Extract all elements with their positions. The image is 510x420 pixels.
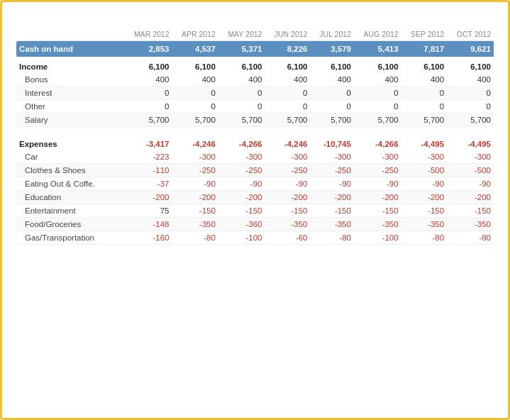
cash-on-hand-value-0: 2,853 bbox=[124, 41, 172, 57]
expense-cell-5-0: -148 bbox=[124, 217, 172, 231]
expenses-total-2: -4,266 bbox=[218, 134, 265, 150]
col-header-MAR-2012: MAR 2012 bbox=[124, 28, 172, 41]
expense-cell-5-5: -350 bbox=[354, 217, 401, 231]
expense-cell-0-5: -300 bbox=[354, 150, 401, 164]
expense-cell-2-5: -90 bbox=[354, 177, 401, 190]
expense-row: Education-200-200-200-200-200-200-200-20… bbox=[16, 190, 494, 204]
income-cell-3-3: 5,700 bbox=[265, 114, 310, 127]
income-row-label-2: Other bbox=[16, 100, 124, 114]
expense-cell-0-7: -300 bbox=[447, 150, 494, 164]
cash-on-hand-value-7: 9,621 bbox=[447, 41, 494, 57]
income-cell-2-3: 0 bbox=[265, 100, 310, 114]
income-total-5: 6,100 bbox=[354, 57, 401, 73]
expense-cell-4-2: -150 bbox=[218, 204, 265, 217]
income-cell-2-2: 0 bbox=[218, 100, 265, 114]
income-row-label-1: Interest bbox=[16, 87, 124, 100]
expense-cell-1-6: -500 bbox=[401, 163, 447, 177]
expenses-total-3: -4,246 bbox=[265, 134, 310, 150]
expense-cell-5-4: -350 bbox=[310, 217, 353, 231]
expense-cell-1-7: -500 bbox=[447, 163, 494, 177]
main-window: MAR 2012APR 2012MAY 2012JUN 2012JUL 2012… bbox=[0, 0, 510, 420]
expense-cell-5-7: -350 bbox=[447, 217, 494, 231]
income-total-0: 6,100 bbox=[124, 57, 172, 73]
income-cell-0-0: 400 bbox=[124, 73, 172, 87]
spacer-row bbox=[16, 127, 494, 134]
expense-cell-6-4: -80 bbox=[310, 231, 353, 244]
expenses-section-header: Expenses-3,417-4,246-4,266-4,246-10,745-… bbox=[16, 134, 494, 150]
expense-row: Clothes & Shoes-110-250-250-250-250-250-… bbox=[16, 163, 494, 177]
income-cell-2-6: 0 bbox=[401, 100, 447, 114]
income-cell-0-4: 400 bbox=[310, 73, 353, 87]
col-header-JUL-2012: JUL 2012 bbox=[310, 28, 353, 41]
expense-cell-2-4: -90 bbox=[310, 177, 353, 190]
expense-cell-1-5: -250 bbox=[354, 163, 401, 177]
expense-cell-6-1: -80 bbox=[172, 231, 218, 244]
income-total-7: 6,100 bbox=[447, 57, 494, 73]
income-cell-1-5: 0 bbox=[354, 87, 401, 100]
expense-cell-2-1: -90 bbox=[172, 177, 218, 190]
income-row-label-0: Bonus bbox=[16, 73, 124, 87]
income-cell-1-6: 0 bbox=[401, 87, 447, 100]
column-headers: MAR 2012APR 2012MAY 2012JUN 2012JUL 2012… bbox=[16, 28, 494, 41]
income-total-4: 6,100 bbox=[310, 57, 353, 73]
expense-cell-2-3: -90 bbox=[265, 177, 310, 190]
expense-cell-0-2: -300 bbox=[218, 150, 265, 164]
expense-cell-3-5: -200 bbox=[354, 190, 401, 204]
income-cell-1-0: 0 bbox=[124, 87, 172, 100]
expense-cell-0-1: -300 bbox=[172, 150, 218, 164]
prev-arrow[interactable] bbox=[482, 13, 488, 16]
expense-row: Entertainment75-150-150-150-150-150-150-… bbox=[16, 204, 494, 217]
expense-cell-4-7: -150 bbox=[447, 204, 494, 217]
income-cell-3-7: 5,700 bbox=[447, 114, 494, 127]
expense-cell-0-4: -300 bbox=[310, 150, 353, 164]
cash-on-hand-value-2: 5,371 bbox=[218, 41, 265, 57]
expense-cell-4-3: -150 bbox=[265, 204, 310, 217]
income-row: Bonus400400400400400400400400 bbox=[16, 73, 494, 87]
cashflow-table: MAR 2012APR 2012MAY 2012JUN 2012JUL 2012… bbox=[16, 28, 494, 245]
income-cell-2-4: 0 bbox=[310, 100, 353, 114]
expenses-label: Expenses bbox=[16, 134, 124, 150]
expense-cell-5-3: -350 bbox=[265, 217, 310, 231]
expense-cell-3-3: -200 bbox=[265, 190, 310, 204]
expense-cell-1-0: -110 bbox=[124, 163, 172, 177]
expenses-total-6: -4,495 bbox=[401, 134, 447, 150]
income-cell-0-1: 400 bbox=[172, 73, 218, 87]
income-cell-3-2: 5,700 bbox=[218, 114, 265, 127]
cash-on-hand-value-4: 3,579 bbox=[310, 41, 353, 57]
expense-cell-2-7: -90 bbox=[447, 177, 494, 190]
expense-row: Gas/Transportation-160-80-100-60-80-100-… bbox=[16, 231, 494, 244]
header bbox=[16, 13, 494, 16]
expense-cell-0-3: -300 bbox=[265, 150, 310, 164]
income-cell-0-5: 400 bbox=[354, 73, 401, 87]
col-header-MAY-2012: MAY 2012 bbox=[218, 28, 265, 41]
income-cell-2-5: 0 bbox=[354, 100, 401, 114]
income-cell-1-7: 0 bbox=[447, 87, 494, 100]
cash-on-hand-value-1: 4,537 bbox=[172, 41, 218, 57]
expense-cell-6-5: -100 bbox=[354, 231, 401, 244]
col-header-label bbox=[16, 28, 124, 41]
expense-cell-4-0: 75 bbox=[124, 204, 172, 217]
expense-row-label-3: Education bbox=[16, 190, 124, 204]
expense-cell-1-1: -250 bbox=[172, 163, 218, 177]
income-total-3: 6,100 bbox=[265, 57, 310, 73]
expense-cell-1-4: -250 bbox=[310, 163, 353, 177]
expense-cell-2-0: -37 bbox=[124, 177, 172, 190]
income-cell-1-4: 0 bbox=[310, 87, 353, 100]
expense-cell-6-2: -100 bbox=[218, 231, 265, 244]
income-cell-1-1: 0 bbox=[172, 87, 218, 100]
income-row: Salary5,7005,7005,7005,7005,7005,7005,70… bbox=[16, 114, 494, 127]
expense-cell-6-3: -60 bbox=[265, 231, 310, 244]
expense-row: Car-223-300-300-300-300-300-300-300 bbox=[16, 150, 494, 164]
income-cell-3-6: 5,700 bbox=[401, 114, 447, 127]
expense-cell-3-7: -200 bbox=[447, 190, 494, 204]
expense-cell-4-5: -150 bbox=[354, 204, 401, 217]
expense-row-label-0: Car bbox=[16, 150, 124, 164]
expense-cell-3-6: -200 bbox=[401, 190, 447, 204]
expense-cell-6-7: -80 bbox=[447, 231, 494, 244]
income-row-label-3: Salary bbox=[16, 114, 124, 127]
income-cell-1-2: 0 bbox=[218, 87, 265, 100]
expense-row-label-1: Clothes & Shoes bbox=[16, 163, 124, 177]
income-cell-3-4: 5,700 bbox=[310, 114, 353, 127]
income-cell-3-1: 5,700 bbox=[172, 114, 218, 127]
expense-cell-1-2: -250 bbox=[218, 163, 265, 177]
